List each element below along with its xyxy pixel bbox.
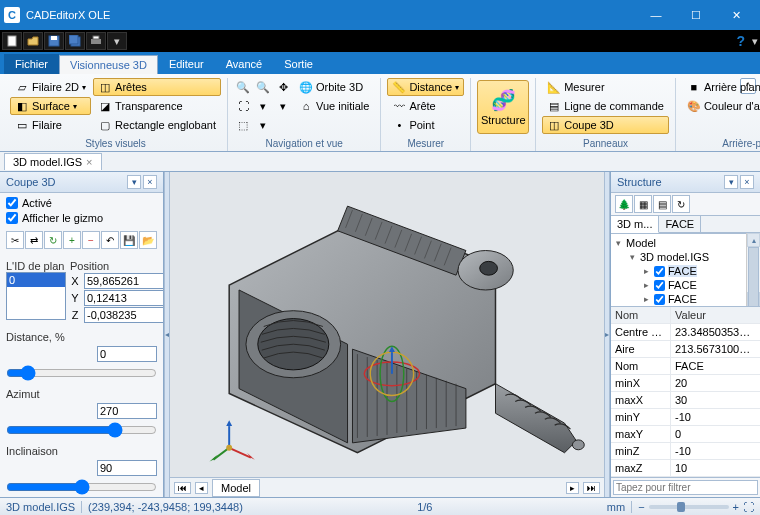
panel-measure-button[interactable]: 📐Mesurer xyxy=(542,78,669,96)
nav-blank1-icon[interactable]: ▾ xyxy=(254,97,272,115)
tilt-input[interactable] xyxy=(97,460,157,476)
prop-row[interactable]: Aire213.567310070647 xyxy=(611,341,760,358)
pos-z-input[interactable] xyxy=(84,307,163,323)
qat-save-icon[interactable] xyxy=(44,32,64,50)
face-checkbox[interactable] xyxy=(654,294,665,305)
tree-root[interactable]: Model xyxy=(626,237,656,249)
tool-undo-icon[interactable]: ↶ xyxy=(101,231,119,249)
prop-header-name[interactable]: Nom xyxy=(611,307,671,323)
prop-row[interactable]: maxY0 xyxy=(611,426,760,443)
tool-add-icon[interactable]: + xyxy=(63,231,81,249)
bg-black-button[interactable]: ■Arrière plan noir xyxy=(682,78,760,96)
model-space-tab[interactable]: Model xyxy=(212,479,260,497)
tab-file[interactable]: Fichier xyxy=(4,54,59,74)
panel-cmdline-button[interactable]: ▤Ligne de commande xyxy=(542,97,669,115)
wire2d-button[interactable]: ▱Filaire 2D▾ xyxy=(10,78,91,96)
filter-input[interactable] xyxy=(613,480,758,495)
distance-input[interactable] xyxy=(97,346,157,362)
document-tab[interactable]: 3D model.IGS × xyxy=(4,153,102,170)
tool-flip-icon[interactable]: ⇄ xyxy=(25,231,43,249)
surface-button[interactable]: ◧Surface▾ xyxy=(10,97,91,115)
point-button[interactable]: •Point xyxy=(387,116,464,134)
prop-row[interactable]: minX20 xyxy=(611,375,760,392)
nav-zoom-fit-icon[interactable]: ⛶ xyxy=(234,97,252,115)
structure-big-button[interactable]: 🧬 Structure xyxy=(477,80,529,134)
wire-button[interactable]: ▭Filaire xyxy=(10,116,91,134)
vp-next-icon[interactable]: ▸ xyxy=(566,482,579,494)
distance-button[interactable]: 📏Distance▾ xyxy=(387,78,464,96)
prop-header-value[interactable]: Valeur xyxy=(671,307,760,323)
tool-refresh-icon[interactable]: ↻ xyxy=(44,231,62,249)
zoom-slider[interactable] xyxy=(649,505,729,509)
tree-scrollbar[interactable]: ▴ ▾ xyxy=(746,233,760,306)
nav-zoom-out-icon[interactable]: 🔍 xyxy=(254,78,272,96)
qat-print-icon[interactable] xyxy=(86,32,106,50)
tilt-slider[interactable] xyxy=(6,479,157,495)
distance-slider[interactable] xyxy=(6,365,157,381)
tool-cut-icon[interactable]: ✂ xyxy=(6,231,24,249)
initial-view-button[interactable]: ⌂Vue initiale xyxy=(294,97,374,115)
subtab-face[interactable]: FACE xyxy=(659,216,701,232)
close-button[interactable]: ✕ xyxy=(716,0,756,30)
tree-face-row[interactable]: ▸ FACE xyxy=(613,264,744,278)
subtab-3dm[interactable]: 3D m... xyxy=(611,216,659,233)
struct-filter-icon[interactable]: ▤ xyxy=(653,195,671,213)
help-icon[interactable]: ? xyxy=(736,33,745,49)
qat-new-icon[interactable] xyxy=(2,32,22,50)
scroll-up-icon[interactable]: ▴ xyxy=(747,233,760,247)
qat-dropdown-icon[interactable]: ▾ xyxy=(107,32,127,50)
3d-canvas[interactable] xyxy=(170,172,604,477)
orbit-button[interactable]: 🌐Orbite 3D xyxy=(294,78,374,96)
structure-close-icon[interactable]: × xyxy=(740,175,754,189)
vp-first-icon[interactable]: ⏮ xyxy=(174,482,191,494)
prop-row[interactable]: minZ-10 xyxy=(611,443,760,460)
edges-button[interactable]: ◫Arêtes xyxy=(93,78,221,96)
struct-tree-icon[interactable]: 🌲 xyxy=(615,195,633,213)
vp-last-icon[interactable]: ⏭ xyxy=(583,482,600,494)
maximize-button[interactable]: ☐ xyxy=(676,0,716,30)
prop-row[interactable]: Centre de masses23.34850353601... xyxy=(611,324,760,341)
tool-save-icon[interactable]: 💾 xyxy=(120,231,138,249)
panel-close-icon[interactable]: × xyxy=(143,175,157,189)
azimuth-slider[interactable] xyxy=(6,422,157,438)
tool-remove-icon[interactable]: − xyxy=(82,231,100,249)
edge-measure-button[interactable]: 〰Arête xyxy=(387,97,464,115)
prop-row[interactable]: minY-10 xyxy=(611,409,760,426)
azimuth-input[interactable] xyxy=(97,403,157,419)
tree-face-row[interactable]: ▸ FACE xyxy=(613,278,744,292)
bg-color-button[interactable]: 🎨Couleur d'arrière-plan xyxy=(682,97,760,115)
prop-row[interactable]: maxX30 xyxy=(611,392,760,409)
tab-editor[interactable]: Editeur xyxy=(158,54,215,74)
zoom-in-icon[interactable]: + xyxy=(733,501,739,513)
face-checkbox[interactable] xyxy=(654,280,665,291)
zoom-out-icon[interactable]: − xyxy=(638,501,644,513)
tree-file[interactable]: 3D model.IGS xyxy=(640,251,709,263)
tab-view3d[interactable]: Visionneuse 3D xyxy=(59,55,158,74)
nav-iso-icon[interactable]: ⬚ xyxy=(234,116,252,134)
tree-face-row[interactable]: ▸ FACE xyxy=(613,292,744,306)
vp-prev-icon[interactable]: ◂ xyxy=(195,482,208,494)
zoom-fit-icon[interactable]: ⛶ xyxy=(743,501,754,513)
qat-saveall-icon[interactable] xyxy=(65,32,85,50)
close-tab-icon[interactable]: × xyxy=(86,156,92,168)
structure-tree[interactable]: ▾Model ▾3D model.IGS ▸ FACE▸ FACE▸ FACE▸… xyxy=(611,233,746,306)
pos-y-input[interactable] xyxy=(84,290,163,306)
minimize-button[interactable]: — xyxy=(636,0,676,30)
pos-x-input[interactable] xyxy=(84,273,163,289)
gizmo-checkbox[interactable] xyxy=(6,212,18,224)
tab-advanced[interactable]: Avancé xyxy=(215,54,274,74)
qat-open-icon[interactable] xyxy=(23,32,43,50)
help-dropdown-icon[interactable]: ▾ xyxy=(752,35,758,48)
plane-id-list[interactable]: 0 xyxy=(6,272,66,320)
nav-blank3-icon[interactable]: ▾ xyxy=(274,97,292,115)
panel-dropdown-icon[interactable]: ▾ xyxy=(127,175,141,189)
nav-blank2-icon[interactable]: ▾ xyxy=(254,116,272,134)
face-checkbox[interactable] xyxy=(654,266,665,277)
panel-coupe-button[interactable]: ◫Coupe 3D xyxy=(542,116,669,134)
prop-row[interactable]: NomFACE xyxy=(611,358,760,375)
nav-pan-icon[interactable]: ✥ xyxy=(274,78,292,96)
transparency-button[interactable]: ◪Transparence xyxy=(93,97,221,115)
bbox-button[interactable]: ▢Rectangle englobant xyxy=(93,116,221,134)
nav-zoom-in-icon[interactable]: 🔍 xyxy=(234,78,252,96)
structure-dropdown-icon[interactable]: ▾ xyxy=(724,175,738,189)
